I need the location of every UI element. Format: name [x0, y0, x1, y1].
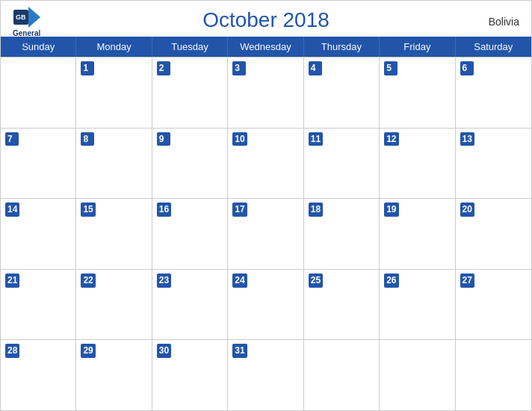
- day-header-monday: Monday: [76, 37, 152, 57]
- day-number: 18: [309, 203, 323, 217]
- day-cell: 16: [152, 199, 228, 269]
- day-header-thursday: Thursday: [304, 37, 380, 57]
- day-cell: [304, 340, 380, 410]
- day-number: 30: [157, 344, 171, 358]
- day-header-friday: Friday: [380, 37, 455, 57]
- day-number: 10: [232, 132, 247, 146]
- day-header-saturday: Saturday: [456, 37, 531, 57]
- day-cell: 10: [228, 129, 303, 199]
- svg-marker-1: [28, 7, 40, 28]
- day-number: 25: [309, 274, 323, 288]
- day-number: 26: [384, 274, 398, 288]
- day-number: 6: [460, 61, 474, 75]
- day-cell: 19: [380, 199, 455, 269]
- day-cell: [380, 340, 455, 410]
- day-cell: 20: [456, 199, 531, 269]
- day-cell: 26: [380, 270, 455, 340]
- day-cell: 30: [152, 340, 228, 410]
- day-number: 24: [232, 274, 247, 288]
- day-cell: 27: [456, 270, 531, 340]
- day-header-wednesday: Wednesday: [228, 37, 303, 57]
- day-cell: 14: [1, 199, 76, 269]
- day-number: 29: [81, 344, 95, 358]
- day-number: 11: [309, 132, 323, 146]
- day-cell: [1, 58, 76, 128]
- day-number: 28: [5, 344, 19, 358]
- day-cell: 8: [76, 129, 152, 199]
- day-cell: 6: [456, 58, 531, 128]
- day-cell: 9: [152, 129, 228, 199]
- day-cell: 2: [152, 58, 228, 128]
- week-row-1: 123456: [1, 57, 531, 128]
- day-header-tuesday: Tuesday: [152, 37, 228, 57]
- day-cell: 3: [228, 58, 303, 128]
- day-number: 4: [309, 61, 322, 75]
- day-cell: 5: [380, 58, 455, 128]
- day-number: 22: [81, 274, 95, 288]
- week-row-2: 78910111213: [1, 128, 531, 199]
- day-cell: 28: [1, 340, 76, 410]
- day-number: 9: [157, 132, 170, 146]
- day-headers-row: SundayMondayTuesdayWednesdayThursdayFrid…: [1, 37, 531, 57]
- logo-blue-text: Blue: [19, 37, 35, 46]
- day-cell: 15: [76, 199, 152, 269]
- day-number: 21: [5, 274, 19, 288]
- day-number: 5: [384, 61, 398, 75]
- calendar-header: GB General Blue October 2018 Bolivia: [1, 1, 531, 37]
- day-cell: 21: [1, 270, 76, 340]
- calendar-grid: 1234567891011121314151617181920212223242…: [1, 57, 531, 410]
- calendar-title: October 2018: [202, 8, 330, 32]
- day-cell: 24: [228, 270, 303, 340]
- week-row-3: 14151617181920: [1, 198, 531, 269]
- day-cell: 17: [228, 199, 303, 269]
- day-cell: 22: [76, 270, 152, 340]
- day-cell: 1: [76, 58, 152, 128]
- day-cell: 29: [76, 340, 152, 410]
- svg-text:GB: GB: [16, 13, 26, 21]
- day-number: 20: [460, 203, 474, 217]
- day-number: 16: [157, 203, 171, 217]
- day-cell: 18: [304, 199, 380, 269]
- day-number: 14: [5, 203, 19, 217]
- day-cell: 11: [304, 129, 380, 199]
- week-row-4: 21222324252627: [1, 269, 531, 340]
- week-row-5: 28293031: [1, 339, 531, 410]
- logo-general-text: General: [13, 29, 40, 37]
- day-number: 15: [81, 203, 95, 217]
- day-number: 2: [157, 61, 170, 75]
- country-label: Bolivia: [489, 16, 519, 28]
- day-cell: 4: [304, 58, 380, 128]
- logo: GB General Blue: [13, 7, 40, 46]
- day-cell: [456, 340, 531, 410]
- day-number: 13: [460, 132, 474, 146]
- day-number: 12: [384, 132, 398, 146]
- calendar: GB General Blue October 2018 Bolivia Sun…: [0, 0, 532, 411]
- day-cell: 12: [380, 129, 455, 199]
- day-number: 17: [232, 203, 247, 217]
- day-number: 7: [5, 132, 19, 146]
- day-cell: 25: [304, 270, 380, 340]
- day-number: 23: [157, 274, 171, 288]
- day-number: 8: [81, 132, 94, 146]
- day-number: 19: [384, 203, 398, 217]
- day-cell: 7: [1, 129, 76, 199]
- day-number: 1: [81, 61, 94, 75]
- day-cell: 23: [152, 270, 228, 340]
- day-number: 3: [232, 61, 246, 75]
- day-number: 27: [460, 274, 474, 288]
- day-cell: 13: [456, 129, 531, 199]
- day-cell: 31: [228, 340, 303, 410]
- day-number: 31: [232, 344, 247, 358]
